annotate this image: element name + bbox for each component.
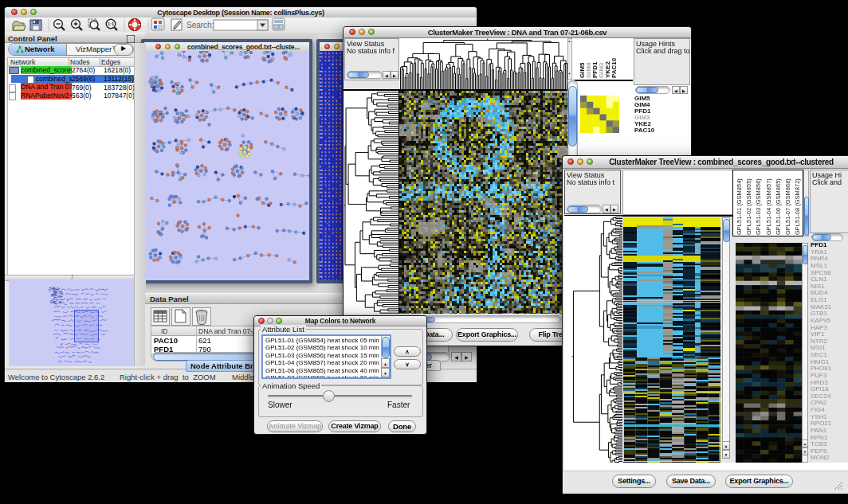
svg-text:Search:: Search:	[186, 21, 214, 29]
svg-text:1:1: 1:1	[108, 21, 114, 26]
